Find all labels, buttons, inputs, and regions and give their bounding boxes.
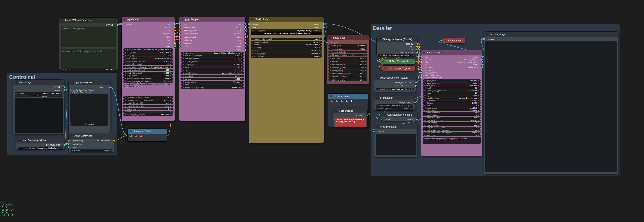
guide_size-widget[interactable]: ◀guide_size256.000▶: [423, 79, 480, 81]
output-slot-mask[interactable]: [482, 64, 483, 66]
combo-left-arrow-icon[interactable]: ◀: [330, 76, 331, 77]
combo-right-arrow-icon[interactable]: ▶: [478, 87, 479, 89]
input-slot-optional_positive[interactable]: [178, 30, 180, 31]
filename_delimiter-widget[interactable]: filename_delimiter_: [328, 51, 368, 53]
combo-left-arrow-icon[interactable]: ◀: [252, 30, 253, 31]
node-sam-loader[interactable]: SAMLoaderSAM_MODEL◀model_namesam_vit_b_0…: [374, 95, 415, 110]
seed-widget[interactable]: ◀seed88▶: [123, 110, 173, 113]
output-slot-detailer_pipe[interactable]: [482, 66, 483, 68]
clip_skip-widget[interactable]: ◀clip_skip-1▶: [123, 54, 173, 57]
combo-left-arrow-icon[interactable]: ◀: [16, 92, 17, 94]
combo-right-arrow-icon[interactable]: ▶: [413, 54, 414, 56]
combo-right-arrow-icon[interactable]: ▶: [478, 107, 479, 109]
combo-left-arrow-icon[interactable]: ◀: [72, 150, 73, 151]
combo-right-arrow-icon[interactable]: ▶: [320, 30, 320, 31]
choose-file-to-upload-button[interactable]: choose file to upload: [15, 95, 62, 97]
combo-right-arrow-icon[interactable]: ▶: [478, 109, 479, 111]
combo-left-arrow-icon[interactable]: ◀: [182, 87, 184, 88]
lora2_clip_strength-widget[interactable]: ◀lora2_clip_strength1.000▶: [123, 71, 173, 74]
combo-left-arrow-icon[interactable]: ◀: [424, 125, 426, 126]
feather-widget[interactable]: ◀feather5▶: [423, 104, 480, 106]
combo-left-arrow-icon[interactable]: ◀: [252, 47, 253, 49]
empty_latent_width-widget[interactable]: ◀empty_latent_width768▶: [123, 102, 173, 104]
combo-left-arrow-icon[interactable]: ◀: [252, 44, 253, 46]
combo-left-arrow-icon[interactable]: ◀: [124, 114, 126, 116]
combo-right-arrow-icon[interactable]: ▶: [241, 81, 242, 83]
ckpt_name-widget[interactable]: ◀ckpt_nameGTM_ForYou-Photo_v2_pruned.saf…: [123, 48, 173, 51]
node-impact-wildcard-processor[interactable]: ImpactWildcardProcessorSTRINGWildcard Pr…: [60, 18, 118, 70]
image-widget[interactable]: ◀imageface_fix_Siax_.png▶: [15, 92, 62, 94]
combo-right-arrow-icon[interactable]: ▶: [478, 99, 479, 101]
combo-right-arrow-icon[interactable]: ▶: [170, 57, 172, 59]
model_name-widget[interactable]: ◀model_namesam_vit_b_01ec64.pth▶: [376, 104, 413, 107]
scheduler-widget[interactable]: ◀schedulerkarras▶: [423, 99, 480, 101]
steps-widget[interactable]: ◀steps25▶: [181, 66, 244, 69]
input-slot-image[interactable]: [420, 56, 422, 58]
combo-left-arrow-icon[interactable]: ◀: [330, 60, 331, 62]
steps-widget[interactable]: ◀steps20▶: [423, 92, 480, 94]
switch-slot-dot[interactable]: [351, 100, 352, 102]
lora2_model_strength-widget[interactable]: ◀lora2_model_strength0.800▶: [123, 69, 173, 71]
lora_clip_strength-widget[interactable]: ◀lora_clip_strength1.000▶: [181, 57, 244, 60]
combo-right-arrow-icon[interactable]: ▶: [320, 44, 320, 46]
bbox_dilation-widget[interactable]: ◀bbox_dilation10▶: [423, 114, 480, 117]
combo-left-arrow-icon[interactable]: ◀: [424, 89, 426, 91]
output-slot-CLIP[interactable]: [416, 46, 418, 48]
collapse-toggle-icon[interactable]: [384, 67, 386, 69]
combo-right-arrow-icon[interactable]: ▶: [478, 112, 479, 114]
input-slot-xyPlot[interactable]: [178, 46, 180, 47]
node-load-controlnet-model[interactable]: Load ControlNet ModelCONTROL_NET◀control…: [16, 138, 64, 150]
combo-right-arrow-icon[interactable]: ▶: [411, 107, 412, 109]
combo-left-arrow-icon[interactable]: ◀: [182, 64, 184, 65]
input-slot-optional_model[interactable]: [178, 26, 180, 28]
combo-left-arrow-icon[interactable]: ◀: [124, 105, 126, 107]
combo-left-arrow-icon[interactable]: ◀: [377, 107, 378, 109]
combo-right-arrow-icon[interactable]: ▶: [170, 78, 172, 79]
collapse-toggle-icon[interactable]: [70, 81, 73, 84]
combo-left-arrow-icon[interactable]: ◀: [424, 92, 426, 94]
text-area[interactable]: Connect these to enable the face masking…: [335, 118, 366, 127]
node-graph-canvas[interactable]: ControlnetDetailerImpactWildcardProcesso…: [0, 0, 644, 222]
combo-left-arrow-icon[interactable]: ◀: [424, 107, 426, 109]
output-slot-latent[interactable]: [245, 36, 246, 38]
combo-right-arrow-icon[interactable]: ▶: [478, 89, 479, 91]
combo-left-arrow-icon[interactable]: ◀: [424, 120, 426, 121]
output-slot-pipe[interactable]: [174, 23, 176, 25]
combo-right-arrow-icon[interactable]: ▶: [170, 52, 172, 53]
output-slot-seed[interactable]: [245, 49, 246, 51]
max_size-widget[interactable]: ◀max_size768.000▶: [423, 84, 480, 86]
empty_latent_height-widget[interactable]: ◀empty_latent_height1152▶: [123, 105, 173, 107]
combo-left-arrow-icon[interactable]: ◀: [182, 52, 184, 54]
combo-left-arrow-icon[interactable]: ◀: [424, 84, 426, 86]
device_mode-widget[interactable]: ◀device_modeAUTO▶: [376, 107, 413, 110]
combo-right-arrow-icon[interactable]: ▶: [170, 108, 172, 110]
scheduler-widget[interactable]: ◀schedulerkarras▶: [181, 75, 244, 77]
combo-left-arrow-icon[interactable]: ◀: [252, 41, 253, 43]
output_latent-widget[interactable]: ◀output_latentfalse▶: [251, 55, 322, 58]
combo-right-arrow-icon[interactable]: ▶: [320, 38, 320, 40]
combo-right-arrow-icon[interactable]: ▶: [478, 92, 479, 94]
quality-widget[interactable]: ◀quality100▶: [328, 60, 368, 63]
combo-left-arrow-icon[interactable]: ◀: [124, 75, 126, 76]
combo-right-arrow-icon[interactable]: ▶: [241, 78, 242, 80]
combo-left-arrow-icon[interactable]: ◀: [377, 105, 378, 106]
combo-right-arrow-icon[interactable]: ▶: [170, 72, 172, 74]
output-slot-IMAGE[interactable]: [63, 86, 65, 88]
combo-left-arrow-icon[interactable]: ◀: [124, 63, 126, 65]
combo-left-arrow-icon[interactable]: ◀: [424, 117, 426, 119]
node-convert-mask-to-image[interactable]: Convert Mask to ImagemaskIMAGE: [382, 112, 417, 121]
combo-right-arrow-icon[interactable]: ▶: [478, 97, 479, 99]
output-slot-model[interactable]: [245, 26, 246, 28]
open-editor-button[interactable]: open editor: [70, 124, 108, 126]
denoise-widget[interactable]: ◀denoise0.350▶: [423, 102, 480, 104]
combo-left-arrow-icon[interactable]: ◀: [182, 84, 184, 85]
switch-slot-dot[interactable]: [135, 136, 137, 137]
node-load-image[interactable]: Load ImageIMAGEMASK◀imageface_fix_Siax_.…: [13, 79, 64, 134]
combo-left-arrow-icon[interactable]: ◀: [124, 80, 126, 82]
combo-right-arrow-icon[interactable]: ▶: [170, 96, 172, 98]
denoise-widget[interactable]: ◀denoise1.000▶: [181, 77, 244, 80]
output-slot-seed[interactable]: [174, 46, 176, 47]
input-slot-vae[interactable]: [420, 64, 422, 66]
sam_dilation-widget[interactable]: ◀sam_dilation0▶: [423, 122, 480, 124]
combo-right-arrow-icon[interactable]: ▶: [365, 70, 366, 71]
